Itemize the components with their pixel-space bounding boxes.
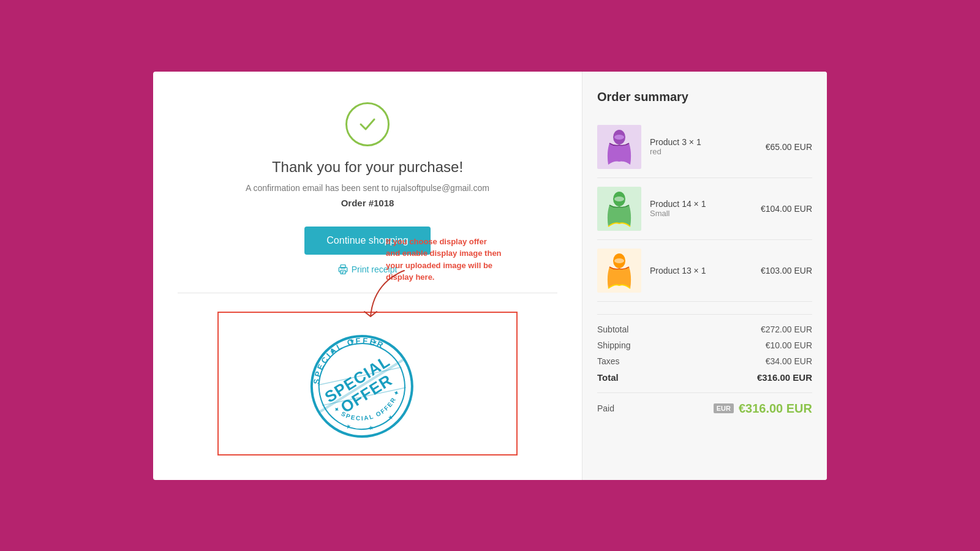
success-icon bbox=[345, 102, 390, 146]
subtotal-row: Subtotal €272.00 EUR bbox=[597, 324, 812, 334]
product-price: €103.00 EUR bbox=[761, 266, 812, 276]
product-info: Product 3 × 1 red bbox=[650, 137, 757, 156]
product-thumbnail bbox=[597, 249, 641, 293]
product-info: Product 14 × 1 Small bbox=[650, 199, 752, 218]
paid-amount: EUR €316.00 EUR bbox=[714, 402, 812, 416]
taxes-label: Taxes bbox=[597, 356, 620, 366]
svg-point-24 bbox=[614, 197, 624, 201]
thank-you-title: Thank you for your purchase! bbox=[272, 159, 463, 176]
product-thumbnail bbox=[597, 125, 641, 169]
svg-text:★: ★ bbox=[345, 422, 352, 430]
main-container: Thank you for your purchase! A confirmat… bbox=[153, 72, 827, 480]
right-panel: Order summary Product 3 × 1 red bbox=[582, 72, 827, 480]
svg-text:★: ★ bbox=[368, 424, 374, 432]
product-info: Product 13 × 1 bbox=[650, 266, 752, 276]
total-value: €316.00 EUR bbox=[757, 372, 812, 383]
table-row: Product 3 × 1 red €65.00 EUR bbox=[597, 116, 812, 178]
shipping-value: €10.00 EUR bbox=[766, 340, 812, 350]
total-label: Total bbox=[597, 372, 619, 383]
svg-text:★: ★ bbox=[387, 414, 394, 422]
product-name: Product 3 × 1 bbox=[650, 137, 757, 147]
paid-row: Paid EUR €316.00 EUR bbox=[597, 392, 812, 416]
paid-label: Paid bbox=[597, 403, 614, 413]
product-thumbnail bbox=[597, 187, 641, 231]
shipping-label: Shipping bbox=[597, 340, 631, 350]
product-variant: red bbox=[650, 147, 757, 156]
subtotal-value: €272.00 EUR bbox=[761, 324, 812, 334]
product-name: Product 13 × 1 bbox=[650, 266, 752, 276]
annotation-text: If you choose display offer and enable d… bbox=[386, 236, 502, 283]
subtotal-label: Subtotal bbox=[597, 324, 628, 334]
product-list: Product 3 × 1 red €65.00 EUR bbox=[597, 116, 812, 302]
taxes-row: Taxes €34.00 EUR bbox=[597, 356, 812, 366]
special-offer-box: ★ ★ ★ SPECIAL OFFER SPECIAL OFFER bbox=[217, 312, 518, 455]
left-panel: Thank you for your purchase! A confirmat… bbox=[153, 72, 582, 480]
table-row: Product 14 × 1 Small €104.00 EUR bbox=[597, 178, 812, 240]
divider bbox=[178, 293, 557, 293]
order-summary-title: Order summary bbox=[597, 90, 812, 104]
confirmation-email: A confirmation email has been sent to ru… bbox=[246, 183, 489, 193]
table-row: Product 13 × 1 €103.00 EUR bbox=[597, 240, 812, 302]
svg-point-21 bbox=[614, 135, 624, 140]
shipping-row: Shipping €10.00 EUR bbox=[597, 340, 812, 350]
total-row: Total €316.00 EUR bbox=[597, 372, 812, 383]
product-variant: Small bbox=[650, 209, 752, 218]
product-price: €104.00 EUR bbox=[761, 204, 812, 214]
taxes-value: €34.00 EUR bbox=[766, 356, 812, 366]
special-offer-stamp: ★ ★ ★ SPECIAL OFFER SPECIAL OFFER bbox=[288, 308, 447, 458]
product-name: Product 14 × 1 bbox=[650, 199, 752, 209]
totals-section: Subtotal €272.00 EUR Shipping €10.00 EUR… bbox=[597, 314, 812, 416]
svg-point-27 bbox=[614, 258, 624, 263]
order-number: Order #1018 bbox=[341, 198, 394, 208]
product-price: €65.00 EUR bbox=[766, 142, 812, 152]
eur-badge: EUR bbox=[714, 403, 734, 413]
paid-value: €316.00 EUR bbox=[739, 402, 812, 416]
